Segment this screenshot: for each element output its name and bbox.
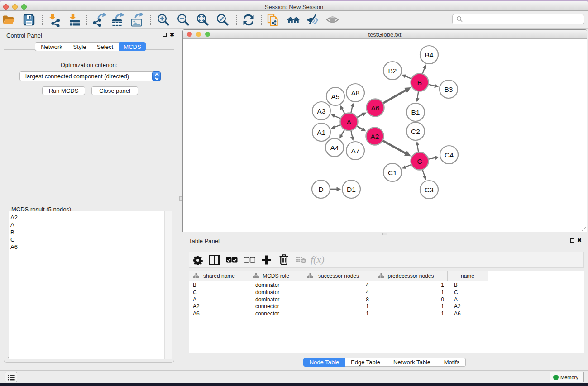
svg-text:A6: A6 bbox=[371, 104, 380, 112]
svg-text:A3: A3 bbox=[317, 107, 326, 115]
svg-text:B1: B1 bbox=[411, 109, 420, 116]
svg-text:A7: A7 bbox=[351, 147, 360, 155]
svg-text:A1: A1 bbox=[317, 129, 326, 136]
svg-text:A4: A4 bbox=[330, 144, 339, 152]
svg-text:B4: B4 bbox=[425, 51, 434, 59]
svg-text:A5: A5 bbox=[331, 93, 340, 100]
svg-text:B2: B2 bbox=[388, 67, 397, 75]
svg-text:D: D bbox=[318, 186, 323, 193]
svg-text:C4: C4 bbox=[445, 151, 454, 159]
svg-text:C2: C2 bbox=[411, 128, 420, 135]
svg-text:D1: D1 bbox=[347, 186, 356, 193]
svg-text:A: A bbox=[347, 118, 352, 126]
svg-text:A8: A8 bbox=[351, 89, 360, 97]
svg-text:C1: C1 bbox=[388, 169, 397, 176]
svg-text:B3: B3 bbox=[445, 86, 453, 93]
svg-text:C: C bbox=[417, 157, 422, 165]
svg-text:B: B bbox=[417, 79, 422, 86]
svg-text:A2: A2 bbox=[371, 133, 379, 140]
svg-text:C3: C3 bbox=[425, 186, 434, 194]
